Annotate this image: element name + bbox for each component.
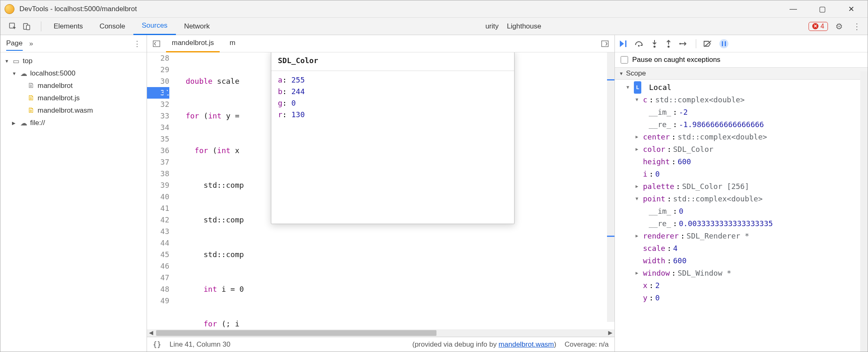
right-scrollbar[interactable] <box>860 71 868 352</box>
cursor-position: Line 41, Column 30 <box>169 340 230 349</box>
var-palette[interactable]: ▶palette: SDL_Color [256] <box>619 180 868 193</box>
pretty-print-icon[interactable]: {} <box>153 340 161 349</box>
scope-body: ▼L Local ▼c: std::complex<double> __im_:… <box>615 80 868 306</box>
tab-elements[interactable]: Elements <box>45 18 91 35</box>
scope-section-header[interactable]: ▼Scope <box>615 67 868 80</box>
minimize-button[interactable]: — <box>785 5 802 14</box>
main-tabbar: Elements Console Sources Network urity L… <box>0 18 868 35</box>
more-icon[interactable]: ⋮ <box>850 21 863 31</box>
var-x[interactable]: x: 2 <box>619 279 868 292</box>
vertical-scrollbar[interactable] <box>607 52 614 322</box>
var-c-im[interactable]: __im_: -2 <box>619 106 868 118</box>
tooltip-title: SDL_Color <box>271 52 514 71</box>
separator <box>41 21 41 31</box>
step-into-icon[interactable] <box>651 39 658 48</box>
tree-node-top[interactable]: ▼▭top <box>0 55 147 67</box>
tab-network[interactable]: Network <box>176 18 218 35</box>
tab-sources[interactable]: Sources <box>133 18 175 35</box>
svg-rect-11 <box>722 41 723 46</box>
execution-line-marker: 31 <box>147 87 169 99</box>
editor-statusbar: {} Line 41, Column 30 (provided via debu… <box>147 337 614 352</box>
tab-lighthouse[interactable]: Lighthouse <box>499 18 550 35</box>
coverage-status: Coverage: n/a <box>564 340 609 349</box>
tree-file-mandelbrot-wasm[interactable]: 🗎mandelbrot.wasm <box>0 104 147 117</box>
device-toggle-icon[interactable] <box>23 22 31 31</box>
navigator-pane: Page » ⋮ ▼▭top ▼☁localhost:5000 🗎mandelb… <box>0 35 147 352</box>
pause-on-exceptions-icon[interactable] <box>719 39 728 48</box>
svg-point-6 <box>638 45 640 47</box>
debug-info-source: (provided via debug info by mandelbrot.w… <box>413 340 557 349</box>
code-editor[interactable]: 282930 31 323334353637383940414243444546… <box>147 52 614 329</box>
step-out-icon[interactable] <box>665 39 672 48</box>
svg-rect-5 <box>625 40 626 47</box>
var-point-re[interactable]: __re_: 0.0033333333333333335 <box>619 217 868 230</box>
navigator-more-icon[interactable]: » <box>29 40 33 48</box>
tree-file-mandelbrot-js[interactable]: 🗎mandelbrot.js <box>0 92 147 104</box>
svg-point-7 <box>654 46 656 48</box>
var-color[interactable]: ▶color: SDL_Color <box>619 143 868 156</box>
pause-caught-row[interactable]: Pause on caught exceptions <box>615 52 868 67</box>
tree-node-host[interactable]: ▼☁localhost:5000 <box>0 67 147 80</box>
pause-caught-label: Pause on caught exceptions <box>632 56 721 64</box>
tree-file-mandelbrot[interactable]: 🗎mandelbrot <box>0 80 147 92</box>
line-gutter[interactable]: 282930 31 323334353637383940414243444546… <box>147 52 173 329</box>
var-c[interactable]: ▼c: std::complex<double> <box>619 94 868 106</box>
value-tooltip: SDL_Color a: 255 b: 244 g: 0 r: 130 <box>271 52 515 224</box>
toggle-debugger-icon[interactable] <box>600 40 610 48</box>
var-point-im[interactable]: __im_: 0 <box>619 205 868 217</box>
tree-node-file[interactable]: ▶☁file:// <box>0 117 147 129</box>
navigator-menu-icon[interactable]: ⋮ <box>133 39 141 48</box>
resume-icon[interactable] <box>619 39 627 48</box>
var-i[interactable]: i: 0 <box>619 168 868 180</box>
svg-point-9 <box>679 43 681 45</box>
horizontal-scrollbar[interactable]: ◄► <box>147 329 614 337</box>
window-title: DevTools - localhost:5000/mandelbrot <box>19 5 785 13</box>
debug-info-link[interactable]: mandelbrot.wasm <box>498 340 554 348</box>
var-renderer[interactable]: ▶renderer: SDL_Renderer * <box>619 230 868 242</box>
var-scale[interactable]: scale: 4 <box>619 242 868 255</box>
page-tab[interactable]: Page <box>6 39 23 51</box>
var-center[interactable]: ▶center: std::complex<double> <box>619 131 868 143</box>
var-c-re[interactable]: __re_: -1.9866666666666666 <box>619 118 868 131</box>
editor-pane: mandelbrot.js m 282930 31 32333435363738… <box>147 35 615 352</box>
close-button[interactable]: ✕ <box>843 5 859 14</box>
file-tab-mandelbrot-js[interactable]: mandelbrot.js <box>166 35 220 52</box>
svg-point-8 <box>668 46 670 48</box>
var-width[interactable]: width: 600 <box>619 255 868 267</box>
tab-console[interactable]: Console <box>91 18 133 35</box>
step-over-icon[interactable] <box>635 39 644 48</box>
svg-rect-2 <box>26 25 30 30</box>
deactivate-breakpoints-icon[interactable] <box>704 39 712 48</box>
settings-icon[interactable]: ⚙ <box>835 21 843 31</box>
file-tab-hidden[interactable]: m <box>224 35 241 52</box>
step-icon[interactable] <box>679 39 688 48</box>
debugger-pane: Pause on caught exceptions ▼Scope ▼L Loc… <box>615 35 868 352</box>
inspect-icon[interactable] <box>9 22 17 31</box>
error-count-badge[interactable]: ✕4 <box>809 22 828 31</box>
toggle-navigator-icon[interactable] <box>151 40 162 48</box>
devtools-icon <box>5 4 14 14</box>
var-height[interactable]: height: 600 <box>619 156 868 168</box>
pause-caught-checkbox[interactable] <box>621 56 628 64</box>
svg-rect-12 <box>725 41 726 46</box>
maximize-button[interactable]: ▢ <box>814 5 830 14</box>
window-titlebar: DevTools - localhost:5000/mandelbrot — ▢… <box>0 0 868 18</box>
var-y[interactable]: y: 0 <box>619 292 868 304</box>
file-tree: ▼▭top ▼☁localhost:5000 🗎mandelbrot 🗎mand… <box>0 52 147 352</box>
var-point[interactable]: ▼point: std::complex<double> <box>619 193 868 205</box>
scope-local[interactable]: ▼L Local <box>619 81 868 94</box>
var-window[interactable]: ▶window: SDL_Window * <box>619 267 868 279</box>
debugger-toolbar <box>615 35 868 52</box>
